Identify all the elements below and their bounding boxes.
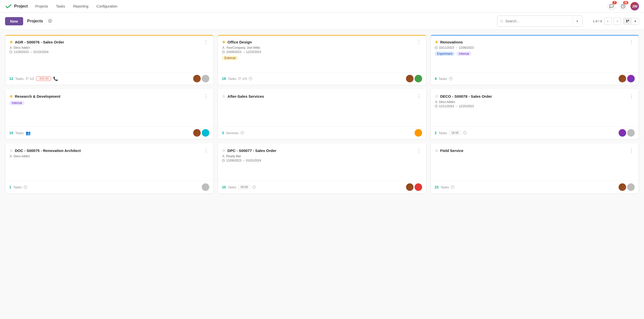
pagination: 1-9 / 9 ‹ › ▾ bbox=[593, 17, 639, 25]
more-button[interactable]: ⋮ bbox=[203, 40, 209, 44]
avatar bbox=[415, 75, 422, 82]
clock-button[interactable]: 35 bbox=[619, 2, 627, 11]
task-label: Tasks bbox=[15, 131, 24, 135]
svg-rect-5 bbox=[628, 20, 629, 21]
task-count: 12 bbox=[9, 77, 13, 81]
view-switcher[interactable]: ▾ bbox=[623, 18, 639, 25]
card-customer: Deco Addict bbox=[435, 100, 635, 104]
prev-page-button[interactable]: ‹ bbox=[604, 17, 612, 25]
person-icon bbox=[222, 155, 225, 158]
star-icon[interactable]: ★ bbox=[435, 40, 438, 44]
card-body: ☆ DOC - S00075 - Renovation Architect ⋮ … bbox=[5, 144, 213, 181]
task-count: 3 bbox=[222, 131, 224, 135]
tag: Experiment bbox=[435, 51, 455, 56]
task-count: 19 bbox=[222, 77, 226, 81]
project-card-field-service[interactable]: ☆ Field Service ⋮ 23 Tasks bbox=[430, 143, 639, 194]
card-title-text: Renovations bbox=[440, 40, 463, 44]
card-header: ★ AGR - S00076 - Sales Order ⋮ bbox=[9, 40, 209, 44]
card-title: ★ AGR - S00076 - Sales Order bbox=[9, 40, 64, 44]
more-button[interactable]: ⋮ bbox=[203, 148, 209, 153]
more-button[interactable]: ⋮ bbox=[416, 148, 422, 153]
project-card-office-design[interactable]: ★ Office Design ⋮ YourCompany, Joel Will… bbox=[218, 35, 426, 85]
star-icon[interactable]: ★ bbox=[222, 40, 225, 44]
settings-icon[interactable] bbox=[48, 19, 52, 24]
more-button[interactable]: ⋮ bbox=[628, 148, 635, 153]
star-icon-empty[interactable]: ☆ bbox=[435, 148, 438, 153]
card-title-text: DPC - S00077 - Sales Order bbox=[227, 148, 276, 153]
avatar bbox=[202, 75, 209, 82]
project-card-dpc-s00077[interactable]: ☆ DPC - S00077 - Sales Order ⋮ Ready Mat… bbox=[218, 143, 426, 194]
card-avatars bbox=[415, 129, 422, 137]
more-button[interactable]: ⋮ bbox=[628, 40, 635, 44]
project-card-after-sales[interactable]: ☆ After-Sales Services ⋮ 3 Services bbox=[218, 89, 426, 139]
view-dropdown-button[interactable]: ▾ bbox=[632, 18, 639, 24]
task-label: Tasks bbox=[228, 185, 236, 189]
card-body: ☆ Field Service ⋮ bbox=[431, 144, 639, 181]
card-date: 12/11/2023 → 12/25/2023 bbox=[435, 104, 635, 108]
svg-line-3 bbox=[502, 22, 503, 22]
star-icon[interactable]: ★ bbox=[9, 40, 13, 44]
toolbar: New Projects ▾ 1-9 / 9 ‹ › ▾ bbox=[0, 13, 644, 30]
flag-icon bbox=[26, 77, 29, 80]
task-count: 4 bbox=[435, 77, 437, 81]
card-header: ★ Office Design ⋮ bbox=[222, 40, 422, 44]
star-icon[interactable]: ★ bbox=[9, 94, 13, 99]
nav-tasks[interactable]: Tasks bbox=[53, 3, 69, 10]
star-icon-empty[interactable]: ☆ bbox=[9, 148, 13, 153]
person-icon bbox=[435, 100, 438, 103]
project-card-deco-s00078[interactable]: ☆ DECO - S00078 - Sales Order ⋮ Deco Add… bbox=[430, 89, 639, 139]
card-title-text: DECO - S00078 - Sales Order bbox=[440, 94, 492, 98]
messages-button[interactable]: 7 bbox=[607, 2, 616, 11]
new-button[interactable]: New bbox=[5, 17, 23, 25]
nav-reporting[interactable]: Reporting bbox=[70, 3, 92, 10]
search-input[interactable] bbox=[505, 19, 570, 23]
search-dropdown-button[interactable]: ▾ bbox=[573, 17, 579, 25]
card-customer: YourCompany, Joel Willis bbox=[222, 46, 422, 49]
tag: Internal bbox=[9, 101, 24, 105]
milestones: 1/2 bbox=[26, 77, 34, 81]
task-count: 2 bbox=[435, 131, 437, 135]
project-card-agr[interactable]: ★ AGR - S00076 - Sales Order ⋮ Deco Addi… bbox=[5, 35, 214, 85]
next-page-button[interactable]: › bbox=[614, 17, 621, 25]
more-button[interactable]: ⋮ bbox=[416, 40, 422, 44]
more-button[interactable]: ⋮ bbox=[416, 94, 422, 98]
project-card-doc-s00075[interactable]: ☆ DOC - S00075 - Renovation Architect ⋮ … bbox=[5, 143, 214, 194]
top-navigation: Project Projects Tasks Reporting Configu… bbox=[0, 0, 644, 13]
task-label: Tasks bbox=[440, 185, 449, 189]
svg-point-9 bbox=[223, 47, 224, 48]
more-button[interactable]: ⋮ bbox=[628, 94, 635, 98]
avatar bbox=[202, 183, 209, 191]
card-body: ★ Research & Development ⋮ Internal bbox=[5, 90, 213, 126]
star-icon-empty[interactable]: ☆ bbox=[435, 94, 438, 99]
star-icon-empty[interactable]: ☆ bbox=[222, 94, 225, 99]
card-avatars bbox=[619, 75, 635, 82]
card-avatars bbox=[619, 183, 635, 191]
card-title: ★ Office Design bbox=[222, 40, 252, 44]
project-card-renovations[interactable]: ★ Renovations ⋮ 10/11/2023 → 12/06/2023 … bbox=[430, 35, 639, 85]
card-footer: 2 Tasks 16:00 bbox=[431, 126, 639, 139]
star-icon-empty[interactable]: ☆ bbox=[222, 148, 225, 153]
page-title: Projects bbox=[27, 19, 43, 23]
avatar bbox=[627, 75, 635, 82]
time-badge: 05:00 bbox=[238, 185, 250, 189]
card-avatars bbox=[202, 183, 209, 191]
card-title: ★ Research & Development bbox=[9, 94, 60, 99]
app-logo[interactable]: Project bbox=[5, 3, 28, 10]
card-footer: 10 Tasks 05:00 bbox=[218, 181, 426, 193]
time-badge: 16:00 bbox=[449, 131, 461, 135]
project-card-research[interactable]: ★ Research & Development ⋮ Internal 10 T… bbox=[5, 89, 214, 139]
more-button[interactable]: ⋮ bbox=[203, 94, 209, 98]
nav-projects[interactable]: Projects bbox=[32, 3, 52, 10]
tag: External bbox=[222, 56, 238, 60]
kanban-view-button[interactable] bbox=[623, 18, 632, 24]
nav-configuration[interactable]: Configuration bbox=[93, 3, 121, 10]
logo-icon bbox=[5, 3, 12, 10]
card-footer: 19 Tasks 1/3 bbox=[218, 72, 426, 85]
user-avatar[interactable]: JW bbox=[630, 2, 639, 11]
search-container: ▾ bbox=[497, 16, 583, 27]
card-avatars bbox=[406, 183, 422, 191]
svg-rect-4 bbox=[626, 20, 627, 23]
card-title: ☆ DECO - S00078 - Sales Order bbox=[435, 94, 492, 99]
avatar bbox=[415, 129, 422, 137]
clock-icon bbox=[451, 185, 454, 189]
